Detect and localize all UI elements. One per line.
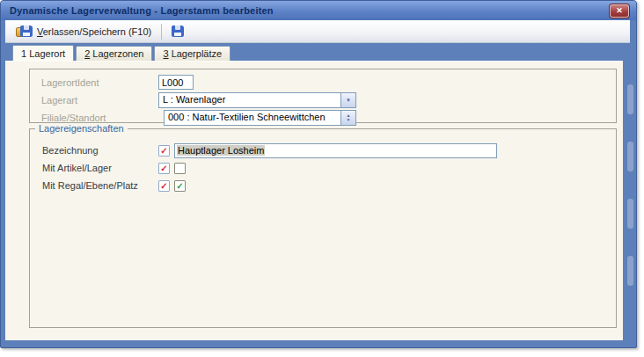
chevron-down-icon: ▼: [346, 98, 351, 103]
dropdown-button[interactable]: ▼: [340, 93, 355, 107]
tab-lagerzonen[interactable]: 2 Lagerzonen: [76, 46, 152, 61]
identification-groupbox: LagerortIdent Lagerart L : Warenlager ▼ …: [29, 69, 617, 123]
floppy-save-icon: [172, 26, 184, 37]
field-modified-check-icon[interactable]: ✓: [158, 145, 170, 157]
exit-save-button[interactable]: Verlassen/Speichern (F10): [11, 22, 157, 40]
spinner-down-icon: ▼: [347, 118, 351, 122]
mit-artikel-label: Mit Artikel/Lager: [42, 163, 158, 173]
floppy-exit-save-icon: [16, 26, 33, 38]
mit-regal-checkbox[interactable]: ✓: [174, 180, 186, 192]
lagerortident-input[interactable]: [158, 75, 194, 90]
titlebar: Dynamische Lagerverwaltung - Lagerstamm …: [1, 1, 636, 20]
lagereigenschaften-groupbox: Lagereigenschaften Bezeichnung ✓ Hauptla…: [29, 128, 617, 328]
app-window: Dynamische Lagerverwaltung - Lagerstamm …: [0, 0, 637, 348]
field-modified-check-icon[interactable]: ✓: [158, 180, 170, 192]
bezeichnung-input[interactable]: Hauptlager Losheim: [174, 143, 497, 158]
toolbar-separator: [161, 24, 162, 40]
close-icon: ✕: [616, 6, 623, 15]
groupbox-title: Lagereigenschaften: [35, 123, 128, 134]
spinner-button[interactable]: ▲ ▼: [340, 111, 355, 125]
border-highlight: [627, 199, 633, 229]
bezeichnung-label: Bezeichnung: [42, 145, 158, 156]
border-highlight: [627, 256, 633, 286]
filiale-spinner[interactable]: 000 : Natur-Textilien Schneewittchen ▲ ▼: [164, 110, 356, 126]
tab-lagerort[interactable]: 1 Lagerort: [12, 45, 74, 61]
lagerart-value: L : Warenlager: [159, 93, 340, 107]
close-button[interactable]: ✕: [610, 4, 629, 18]
field-modified-check-icon[interactable]: ✓: [158, 163, 170, 174]
exit-save-label: Verlassen/Speichern (F10): [37, 26, 151, 37]
filiale-value: 000 : Natur-Textilien Schneewittchen: [165, 111, 340, 125]
mit-artikel-checkbox[interactable]: [174, 163, 186, 174]
window-title: Dynamische Lagerverwaltung - Lagerstamm …: [10, 5, 274, 16]
save-button[interactable]: [166, 22, 189, 40]
bezeichnung-value: Hauptlager Losheim: [177, 145, 265, 156]
border-highlight: [627, 142, 633, 171]
lagerart-label: Lagerart: [41, 95, 158, 106]
lagerart-dropdown[interactable]: L : Warenlager ▼: [158, 92, 356, 108]
toolbar: Verlassen/Speichern (F10): [5, 20, 630, 43]
filiale-label: Filiale/Standort: [41, 113, 158, 123]
mit-regal-label: Mit Regal/Ebene/Platz: [42, 180, 158, 191]
tab-page-lagerort: LagerortIdent Lagerart L : Warenlager ▼ …: [5, 61, 623, 340]
lagerortident-label: LagerortIdent: [41, 77, 158, 88]
tab-strip: 1 Lagerort 2 Lagerzonen 3 Lagerplätze: [5, 45, 623, 61]
tab-lagerplaetze[interactable]: 3 Lagerplätze: [154, 46, 231, 61]
border-highlight: [627, 84, 633, 114]
